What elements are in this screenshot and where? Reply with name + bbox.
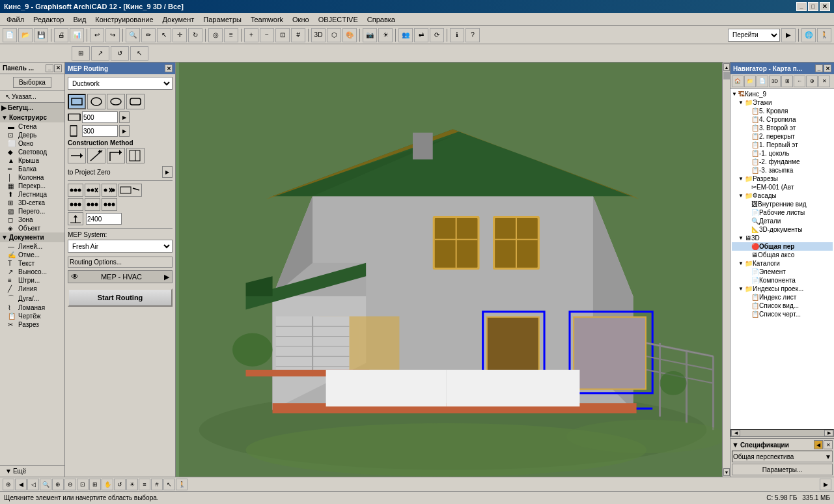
wire-btn[interactable]: ⬡ bbox=[327, 28, 341, 42]
tool-roof[interactable]: ▲ Крыша bbox=[0, 156, 64, 165]
tree-sheet-index[interactable]: 📋 Индекс лист bbox=[732, 293, 833, 301]
dot-btn-5[interactable] bbox=[68, 198, 83, 211]
nav-detail-btn[interactable]: ⊞ bbox=[781, 76, 793, 87]
rect-shape-btn[interactable] bbox=[68, 94, 86, 109]
tool-drawing[interactable]: 📋 Чертёж bbox=[0, 312, 64, 320]
tree-facades[interactable]: ▼ 📁 Фасады bbox=[732, 191, 833, 200]
sync-btn[interactable]: ⟳ bbox=[430, 28, 444, 42]
info-btn[interactable]: ℹ bbox=[450, 28, 464, 42]
nav-minimize-btn[interactable]: _ bbox=[815, 64, 823, 72]
menu-view[interactable]: Вид bbox=[69, 15, 90, 24]
orbit2-btn[interactable]: ↺ bbox=[114, 479, 126, 490]
tool-zone[interactable]: ◻ Зона bbox=[0, 216, 64, 224]
layer2-btn[interactable]: ≡ bbox=[139, 479, 150, 490]
dot-btn-1[interactable] bbox=[68, 184, 83, 197]
zoom-select-btn[interactable]: ⊞ bbox=[89, 479, 101, 490]
tool-door[interactable]: ⊡ Дверь bbox=[0, 131, 64, 139]
nav-back-btn[interactable]: ← bbox=[794, 76, 805, 87]
vertical-scrollbar[interactable]: ▲ ▼ bbox=[722, 63, 730, 477]
spec-close-btn[interactable]: ✕ bbox=[824, 440, 833, 449]
tool-stair[interactable]: ⬆ Лестница bbox=[0, 190, 64, 199]
menu-params[interactable]: Параметры bbox=[199, 15, 245, 24]
pencil-btn[interactable]: ✏ bbox=[141, 28, 156, 42]
sun2-btn[interactable]: ☀ bbox=[126, 479, 138, 490]
floor-back-btn[interactable]: ◁ bbox=[27, 479, 39, 490]
spec-expand[interactable]: ▼ Спецификации bbox=[732, 441, 789, 449]
tool-column[interactable]: │ Колонна bbox=[0, 173, 64, 182]
nav-doc-btn[interactable]: 📄 bbox=[757, 76, 768, 87]
mep-system-select[interactable]: Fresh Air Exhaust Air General bbox=[68, 240, 173, 253]
pan-btn[interactable]: ✋ bbox=[102, 479, 113, 490]
maximize-button[interactable]: □ bbox=[808, 2, 818, 11]
tree-axon[interactable]: 🖥 Общая аксо bbox=[732, 251, 833, 259]
const-btn-4[interactable] bbox=[126, 148, 145, 163]
const-btn-3[interactable] bbox=[107, 148, 125, 163]
rotate-btn[interactable]: ↻ bbox=[188, 28, 202, 42]
panel-minimize-btn[interactable]: _ bbox=[46, 64, 53, 72]
arrow-btn[interactable]: ↖ bbox=[157, 28, 171, 42]
nav-home-btn[interactable]: 🏠 bbox=[732, 76, 744, 87]
tree-details[interactable]: 🔍 Детали bbox=[732, 217, 833, 225]
cursor-btn[interactable]: ↖ bbox=[130, 46, 148, 61]
more-tools-item[interactable]: ▼ Ещё bbox=[3, 467, 62, 475]
dot-btn-7[interactable] bbox=[102, 198, 117, 211]
ductwork-select[interactable]: Ductwork Pipe Cable Tray bbox=[68, 77, 173, 90]
print-btn[interactable]: 🖨 bbox=[54, 28, 68, 42]
zoom-fit-btn[interactable]: ⊡ bbox=[275, 28, 290, 42]
layer-btn[interactable]: ≡ bbox=[224, 28, 238, 42]
cursor2-btn[interactable]: ↖ bbox=[163, 479, 175, 490]
tree-root[interactable]: ▼ 🏗 Кинс_9 bbox=[732, 90, 833, 98]
tool-leader[interactable]: ↗ Выносо... bbox=[0, 268, 64, 276]
snap-mode-btn[interactable]: ⊕ bbox=[3, 479, 14, 490]
close-button[interactable]: ✕ bbox=[820, 2, 830, 11]
nav-folder-btn[interactable]: 📁 bbox=[744, 76, 756, 87]
elevation-input[interactable] bbox=[86, 213, 122, 225]
teamwork-btn[interactable]: 👥 bbox=[398, 28, 413, 42]
custom-shape-btn[interactable] bbox=[126, 94, 145, 109]
tree-floors[interactable]: ▼ 📁 Этажи bbox=[732, 98, 833, 107]
zoom-out2-btn[interactable]: ⊖ bbox=[64, 479, 76, 490]
tool-text[interactable]: T Текст bbox=[0, 259, 64, 268]
tool-partition[interactable]: ▧ Перего... bbox=[0, 207, 64, 216]
tool-lineobj[interactable]: ╱ Линия bbox=[0, 285, 64, 293]
width-arrow-btn[interactable]: ▶ bbox=[119, 111, 130, 123]
undo-btn[interactable]: ↩ bbox=[90, 28, 104, 42]
menu-document[interactable]: Документ bbox=[159, 15, 199, 24]
nav-scroll-right-btn[interactable]: ▶ bbox=[824, 430, 833, 436]
tree-drawing-list[interactable]: 📋 Список черт... bbox=[732, 310, 833, 318]
nav-close2-btn[interactable]: ✕ bbox=[818, 76, 830, 87]
round-shape-btn[interactable] bbox=[87, 94, 105, 109]
web-btn[interactable]: 🌐 bbox=[801, 28, 816, 42]
menu-edit[interactable]: Редактор bbox=[29, 15, 68, 24]
spec-controls[interactable]: ◀ ✕ bbox=[814, 440, 833, 449]
project-zero-arrow[interactable]: ▶ bbox=[162, 166, 173, 178]
walk-btn[interactable]: 🚶 bbox=[817, 28, 831, 42]
tree-floor-4[interactable]: 📋 4. Стропила bbox=[732, 115, 833, 124]
tool-hatch[interactable]: ≡ Штри... bbox=[0, 276, 64, 285]
cat-document[interactable]: ▼ Документи bbox=[0, 232, 64, 242]
tree-floor-1[interactable]: 📋 1. Первый эт bbox=[732, 141, 833, 149]
move-btn[interactable]: ✛ bbox=[173, 28, 187, 42]
tree-floor-m3[interactable]: 📋 -3. засыпка bbox=[732, 166, 833, 175]
end-btn[interactable]: ▶ bbox=[820, 479, 831, 490]
tool-slab[interactable]: ▦ Перекр... bbox=[0, 182, 64, 190]
zoom-window-btn[interactable]: 🔍 bbox=[40, 479, 51, 490]
tool-polyline[interactable]: ⌇ Ломаная bbox=[0, 303, 64, 312]
tool-object[interactable]: ◈ Объект bbox=[0, 224, 64, 232]
orbit-btn[interactable]: ↺ bbox=[111, 46, 129, 61]
3d-btn[interactable]: 3D bbox=[311, 28, 326, 42]
redo-btn[interactable]: ↪ bbox=[105, 28, 120, 42]
tool-wall[interactable]: ▬ Стена bbox=[0, 122, 64, 131]
pointer-tool[interactable]: ↖ Указат... bbox=[3, 92, 62, 101]
nav-more-btn[interactable]: ⊕ bbox=[806, 76, 818, 87]
walk2-btn[interactable]: 🚶 bbox=[176, 479, 188, 490]
menu-teamwork[interactable]: Teamwork bbox=[247, 15, 287, 24]
mep-hvac-row[interactable]: 👁 MEP - HVAC ▶ bbox=[68, 270, 173, 283]
nav-close-btn[interactable]: ✕ bbox=[824, 64, 831, 72]
3d-view-btn[interactable]: ↗ bbox=[91, 46, 109, 61]
nav-3d-btn[interactable]: 3D bbox=[769, 76, 781, 87]
cat-construct[interactable]: ▼ Конструирс bbox=[0, 113, 64, 122]
zoom-out-btn[interactable]: − bbox=[260, 28, 274, 42]
tree-interior[interactable]: 🖼 Внутренние вид bbox=[732, 200, 833, 208]
elevation-icon-btn[interactable] bbox=[68, 212, 83, 225]
